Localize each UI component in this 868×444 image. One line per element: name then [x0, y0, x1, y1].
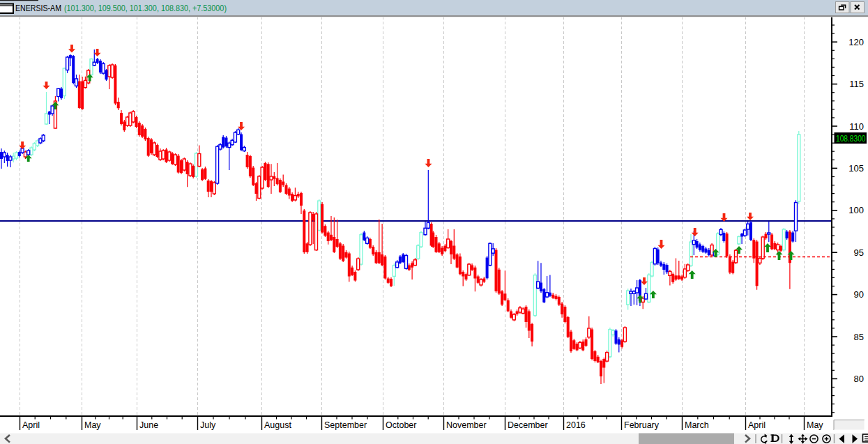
- svg-text:100: 100: [848, 205, 864, 215]
- svg-text:November: November: [446, 420, 487, 430]
- svg-text:120: 120: [848, 37, 864, 47]
- svg-text:ENERSIS-AM: ENERSIS-AM: [15, 3, 61, 13]
- svg-text:September: September: [324, 420, 367, 430]
- svg-text:July: July: [200, 420, 216, 430]
- svg-text:110: 110: [849, 121, 864, 132]
- svg-text:90: 90: [854, 289, 864, 300]
- svg-text:(101.300, 109.500, 101.300, 10: (101.300, 109.500, 101.300, 108.830, +7.…: [64, 3, 227, 13]
- svg-text:June: June: [139, 420, 158, 430]
- svg-text:105: 105: [848, 163, 864, 174]
- svg-text:95: 95: [854, 247, 864, 258]
- svg-text:April: April: [748, 420, 766, 430]
- svg-text:March: March: [685, 420, 709, 430]
- svg-text:December: December: [508, 420, 548, 430]
- svg-text:May: May: [84, 420, 101, 430]
- svg-text:October: October: [386, 420, 416, 430]
- svg-text:80: 80: [854, 374, 864, 384]
- svg-text:108.8300: 108.8300: [836, 134, 866, 144]
- svg-text:April: April: [22, 420, 40, 430]
- svg-text:115: 115: [849, 79, 864, 89]
- svg-text:February: February: [624, 420, 660, 430]
- svg-text:2016: 2016: [566, 420, 586, 430]
- svg-text:85: 85: [854, 332, 864, 342]
- svg-text:May: May: [807, 420, 823, 430]
- svg-text:August: August: [264, 420, 291, 430]
